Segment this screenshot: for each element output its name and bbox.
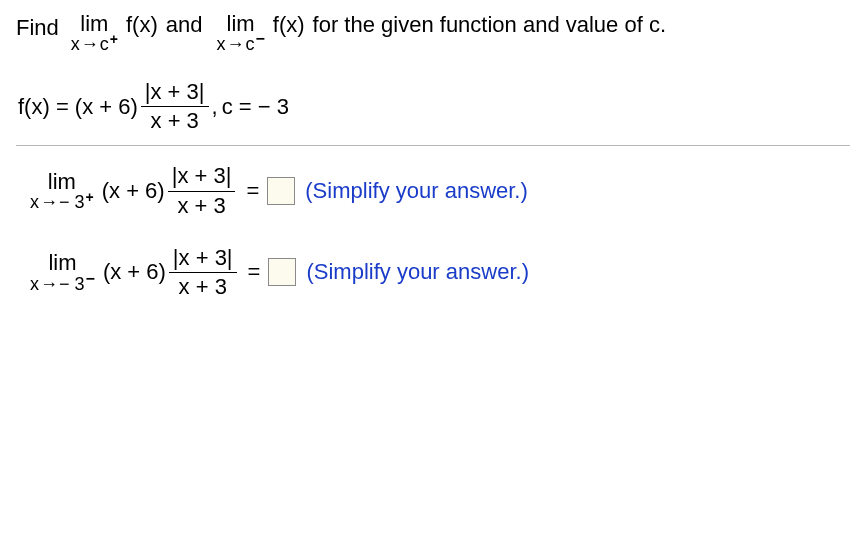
answer-input-left[interactable] [268, 258, 296, 286]
hint-left: (Simplify your answer.) [306, 259, 529, 285]
separator [16, 145, 850, 146]
limit-left-row: lim x → − 3 − (x + 6) |x + 3| x + 3 = (S… [30, 246, 850, 299]
prompt-lead: Find [16, 12, 59, 43]
defn-lhs: f(x) = (x + 6) [18, 94, 138, 120]
body-pre-right: (x + 6) [102, 178, 165, 204]
lim-c-minus: lim x → c − [216, 12, 264, 54]
and-word: and [166, 12, 203, 38]
lim-c-plus: lim x → c + [71, 12, 118, 54]
eq-left: = [248, 259, 261, 285]
prompt-line: Find lim x → c + f(x) and lim x → c − f(… [16, 12, 850, 54]
fx-2: f(x) [273, 12, 305, 38]
frac-right: |x + 3| x + 3 [168, 164, 236, 217]
function-definition: f(x) = (x + 6) |x + 3| x + 3 , c = − 3 [18, 80, 850, 133]
defn-comma: , [212, 94, 218, 120]
lim-left: lim x → − 3 − [30, 251, 95, 293]
body-pre-left: (x + 6) [103, 259, 166, 285]
defn-c: c = − 3 [222, 94, 289, 120]
limit-right-row: lim x → − 3 + (x + 6) |x + 3| x + 3 = (S… [30, 164, 850, 217]
prompt-tail: for the given function and value of c. [313, 12, 666, 38]
fx-1: f(x) [126, 12, 158, 38]
defn-fraction: |x + 3| x + 3 [141, 80, 209, 133]
frac-left: |x + 3| x + 3 [169, 246, 237, 299]
hint-right: (Simplify your answer.) [305, 178, 528, 204]
eq-right: = [246, 178, 259, 204]
lim-right: lim x → − 3 + [30, 170, 94, 212]
answer-input-right[interactable] [267, 177, 295, 205]
